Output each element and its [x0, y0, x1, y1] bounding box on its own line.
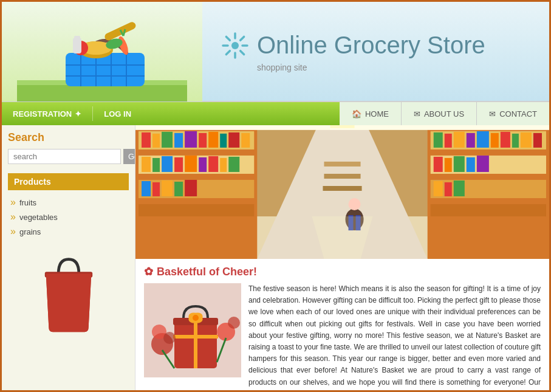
svg-rect-40 [185, 131, 197, 148]
nav-left: REGISTRATION ✦ LOG IN [2, 105, 142, 123]
svg-rect-78 [467, 157, 475, 172]
svg-rect-70 [491, 133, 499, 148]
search-title: Search [8, 131, 129, 144]
site-subtitle: shopping site [257, 63, 531, 72]
svg-rect-36 [142, 132, 151, 148]
navbar: REGISTRATION ✦ LOG IN 🏠 HOME ✉ ABOUT US … [2, 102, 549, 125]
nav-right: 🏠 HOME ✉ ABOUT US ✉ CONTACT [340, 102, 549, 125]
svg-rect-49 [174, 157, 183, 172]
aisle-svg [135, 125, 549, 259]
svg-rect-80 [434, 181, 443, 196]
sidebar-bag [8, 248, 129, 335]
svg-rect-38 [162, 132, 173, 148]
contact-label: CONTACT [499, 109, 537, 119]
product-label-fruits: fruits [19, 198, 36, 207]
svg-rect-72 [512, 134, 519, 148]
product-item-fruits[interactable]: » fruits [8, 195, 129, 210]
header-logo [2, 1, 202, 101]
article-title-text: Basketful of Cheer! [157, 266, 257, 278]
login-label: LOG IN [104, 109, 131, 119]
grocery-store-image [135, 125, 549, 259]
svg-rect-37 [152, 134, 160, 148]
product-item-grains[interactable]: » grains [8, 224, 129, 239]
main-layout: Search Go Products » fruits » vegetables… [2, 125, 549, 392]
svg-rect-46 [142, 157, 151, 172]
svg-rect-47 [152, 158, 160, 172]
site-name: Online Grocery Store [257, 32, 485, 59]
home-label: HOME [365, 109, 389, 119]
search-input[interactable] [8, 149, 121, 164]
svg-rect-69 [477, 131, 489, 148]
svg-rect-64 [431, 204, 546, 216]
svg-rect-79 [477, 156, 489, 172]
svg-rect-71 [501, 132, 510, 148]
products-title: Products [8, 173, 129, 190]
svg-rect-67 [454, 132, 465, 148]
svg-rect-75 [434, 157, 443, 172]
svg-rect-53 [220, 158, 227, 172]
product-label-grains: grains [19, 227, 41, 236]
svg-rect-84 [324, 162, 360, 167]
header-title-area: Online Grocery Store shopping site [202, 19, 549, 84]
article-title: ✿ Basketful of Cheer! [144, 265, 541, 278]
spinner-icon [221, 31, 250, 60]
bullet-icon-fruits: » [10, 197, 16, 208]
svg-point-19 [231, 42, 239, 49]
svg-line-25 [241, 50, 244, 54]
svg-rect-86 [323, 186, 361, 191]
svg-rect-73 [521, 132, 532, 148]
home-nav-item[interactable]: 🏠 HOME [340, 102, 401, 125]
svg-rect-92 [330, 125, 354, 128]
registration-link[interactable]: REGISTRATION ✦ [2, 105, 92, 123]
svg-rect-98 [194, 318, 197, 368]
svg-rect-35 [139, 204, 254, 216]
svg-rect-2 [66, 53, 145, 86]
svg-point-88 [349, 198, 361, 210]
svg-rect-52 [208, 156, 218, 172]
svg-rect-81 [445, 182, 452, 196]
bag-image [32, 248, 105, 333]
login-link[interactable]: LOG IN [93, 105, 142, 123]
registration-label: REGISTRATION [13, 109, 72, 119]
star-icon: ✦ [75, 109, 81, 119]
svg-rect-17 [74, 36, 80, 40]
search-box: Go [8, 149, 129, 164]
svg-rect-42 [208, 132, 218, 148]
about-icon: ✉ [414, 109, 420, 119]
svg-rect-41 [199, 133, 207, 148]
svg-rect-45 [241, 133, 250, 148]
search-go-button[interactable]: Go [123, 149, 135, 164]
svg-rect-43 [220, 134, 227, 148]
header: Online Grocery Store shopping site [2, 2, 549, 102]
product-label-vegetables: vegetables [19, 213, 58, 222]
bullet-icon-grains: » [10, 226, 16, 237]
bullet-icon-vegetables: » [10, 211, 16, 222]
svg-rect-55 [142, 181, 151, 196]
about-label: ABOUT US [424, 109, 464, 119]
svg-point-105 [163, 332, 176, 344]
article-image-svg [144, 283, 241, 377]
product-item-vegetables[interactable]: » vegetables [8, 210, 129, 224]
contact-nav-item[interactable]: ✉ CONTACT [476, 102, 549, 125]
svg-rect-39 [174, 133, 183, 148]
svg-rect-44 [228, 132, 239, 148]
svg-rect-54 [228, 157, 239, 172]
svg-rect-68 [467, 133, 475, 148]
svg-rect-16 [73, 38, 81, 53]
svg-rect-66 [445, 134, 452, 148]
site-title: Online Grocery Store [221, 31, 531, 60]
article-body: The festive season is here! Which means … [248, 283, 541, 392]
contact-icon: ✉ [489, 109, 496, 119]
svg-rect-65 [434, 132, 443, 148]
main-content: ✿ Basketful of Cheer! [135, 125, 549, 392]
svg-point-107 [228, 317, 240, 329]
about-nav-item[interactable]: ✉ ABOUT US [401, 102, 476, 125]
svg-rect-48 [162, 156, 173, 172]
svg-rect-58 [174, 182, 183, 196]
svg-rect-51 [199, 157, 207, 172]
product-list: » fruits » vegetables » grains [8, 195, 129, 239]
svg-rect-57 [162, 181, 173, 196]
svg-line-24 [226, 36, 230, 40]
article-layout: The festive season is here! Which means … [144, 283, 541, 392]
logo-image [17, 4, 187, 101]
